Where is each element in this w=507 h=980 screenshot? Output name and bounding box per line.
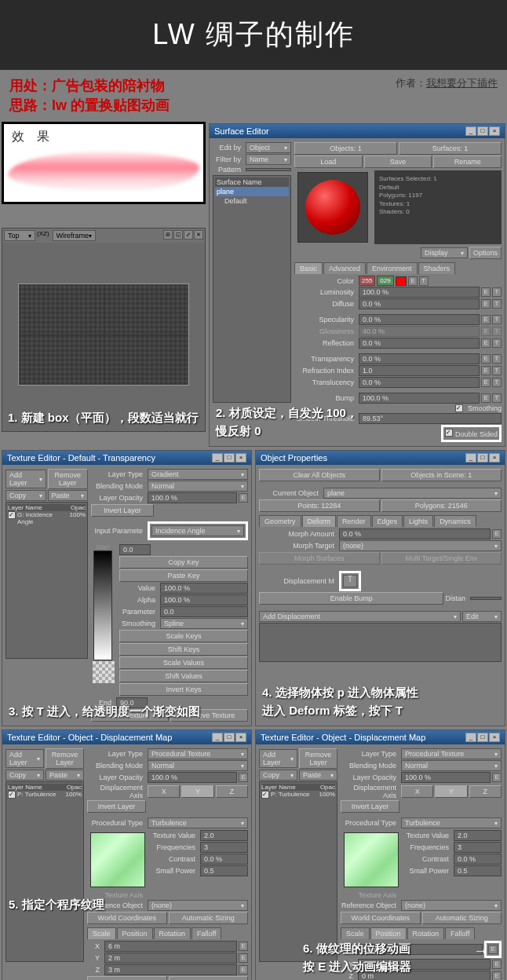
td1-invert-btn[interactable]: Invert Layer [87, 800, 146, 813]
td1-add-layer[interactable]: Add Layer [5, 749, 44, 768]
diffuse-input[interactable]: 0.0 % [359, 298, 480, 309]
translucency-input[interactable]: 0.0 % [359, 377, 480, 388]
td2-world-coords-btn[interactable]: World Coordinates [341, 912, 421, 924]
td1-x-input[interactable]: 6 m [104, 941, 237, 952]
td2-tab-scale[interactable]: Scale [341, 927, 370, 939]
trans-t-icon[interactable]: T [492, 354, 502, 364]
copy-drop[interactable]: Copy [5, 490, 46, 501]
luminosity-input[interactable]: 100.0 % [359, 287, 480, 298]
layer-item[interactable]: G: Incidence Angle [17, 511, 70, 525]
color-t-icon[interactable]: T [419, 276, 429, 286]
td2-blending-drop[interactable]: Normal [401, 760, 502, 771]
td2-tab-position[interactable]: Position [370, 927, 407, 939]
invert-keys-btn[interactable]: Invert Keys [119, 683, 248, 696]
td1-procedural-drop[interactable]: Turbulence [148, 817, 248, 828]
td2-max-icon[interactable]: □ [477, 733, 488, 742]
shift-values-btn[interactable]: Shift Values [119, 670, 248, 682]
t-button[interactable]: T [343, 575, 357, 587]
rename-button[interactable]: Rename [433, 155, 502, 168]
tab-shaders[interactable]: Shaders [418, 262, 456, 274]
scale-keys-btn[interactable]: Scale Keys [119, 630, 248, 642]
vp-icon-3[interactable]: ⤢ [184, 230, 193, 240]
op-close-icon[interactable]: × [489, 453, 500, 463]
distan-input[interactable] [470, 597, 502, 600]
td2-paste[interactable]: Paste [299, 770, 337, 781]
td1-axis-z[interactable]: Z [216, 785, 248, 798]
diff-t-icon[interactable]: T [492, 299, 502, 309]
td2-copy[interactable]: Copy [259, 770, 297, 781]
td1-world-coords-btn[interactable]: World Coordinates [87, 912, 167, 924]
layer-vis-check[interactable] [8, 511, 16, 519]
td2-tab-rotation[interactable]: Rotation [407, 927, 445, 939]
td1-ref-obj-drop[interactable]: (none) [148, 900, 248, 911]
tt-min-icon[interactable]: _ [212, 453, 223, 463]
opac-e-icon[interactable]: E [239, 493, 248, 503]
bump-e-icon[interactable]: E [481, 393, 491, 403]
td1-vis-check[interactable] [8, 791, 16, 799]
invert-layer-btn[interactable]: Invert Layer [91, 504, 154, 517]
pattern-input[interactable] [246, 168, 291, 171]
refr-t-icon[interactable]: T [492, 366, 502, 375]
paste-key-btn[interactable]: Paste Key [119, 569, 248, 582]
op-max-icon[interactable]: □ [477, 453, 488, 463]
td2-x-e[interactable]: E [488, 945, 498, 954]
color-e-icon[interactable]: E [408, 276, 418, 286]
td2-close-icon[interactable]: × [489, 733, 500, 742]
td1-smpower-input[interactable]: 0.5 [200, 865, 248, 876]
tab-deform[interactable]: Deform [302, 515, 337, 527]
td1-tab-position[interactable]: Position [117, 927, 153, 939]
td2-remove-layer[interactable]: Remove Layer [299, 748, 337, 769]
spec-e-icon[interactable]: E [481, 315, 491, 324]
td2-tree[interactable]: Layer NameOpac P: Turbulence100% [259, 781, 337, 962]
alpha-input[interactable]: 100.0 % [160, 594, 248, 605]
author-link[interactable]: 我想要分下插件 [426, 77, 498, 89]
remove-layer-btn[interactable]: Remove Layer [48, 469, 89, 489]
input-param-drop[interactable]: Incidence Angle [151, 525, 244, 536]
td1-axis-x[interactable]: X [148, 785, 180, 798]
gradient-strip[interactable] [93, 550, 112, 660]
morph-amount-input[interactable]: 0.0 % [339, 528, 491, 539]
surface-tree[interactable]: Surface Name plane Default [213, 175, 291, 403]
refl-t-icon[interactable]: T [492, 338, 502, 348]
clear-all-btn[interactable]: Clear All Objects [259, 469, 380, 481]
td2-z-e[interactable]: E [492, 971, 502, 980]
td1-tab-falloff[interactable]: Falloff [191, 927, 221, 939]
morph-target-drop[interactable]: (none) [339, 540, 502, 551]
layer-type-drop[interactable]: Gradient [148, 469, 248, 480]
td2-layer-item[interactable]: P: Turbulence [271, 791, 319, 799]
bump-input[interactable]: 100.0 % [359, 393, 480, 404]
td1-blending-drop[interactable]: Normal [148, 760, 248, 771]
td2-procedural-drop[interactable]: Turbulence [401, 817, 502, 828]
td1-y-e[interactable]: E [239, 953, 248, 963]
tab-geometry[interactable]: Geometry [259, 515, 301, 527]
transl-t-icon[interactable]: T [492, 378, 502, 387]
td1-axis-y[interactable]: Y [181, 785, 213, 798]
shift-keys-btn[interactable]: Shift Keys [119, 643, 248, 656]
td1-tab-scale[interactable]: Scale [87, 927, 116, 939]
td2-ref-obj-drop[interactable]: (none) [401, 900, 502, 911]
start-input[interactable]: 0.0 [119, 544, 151, 555]
td1-opacity-input[interactable]: 100.0 % [148, 772, 237, 783]
td1-opac-e[interactable]: E [239, 773, 248, 782]
refr-e-icon[interactable]: E [481, 366, 491, 375]
current-object-drop[interactable]: plane [323, 488, 502, 499]
display-drop[interactable]: Display [421, 247, 468, 258]
td1-z-e[interactable]: E [239, 965, 248, 975]
specularity-input[interactable]: 0.0 % [359, 314, 480, 325]
td2-freq-input[interactable]: 3 [454, 842, 502, 853]
viewport-top-drop[interactable]: Top [4, 230, 35, 241]
trans-e-icon[interactable]: E [481, 354, 491, 364]
td2-y-e[interactable]: E [492, 960, 502, 969]
refl-e-icon[interactable]: E [481, 338, 491, 348]
color-swatch[interactable] [396, 276, 407, 286]
tab-dynamics[interactable]: Dynamics [434, 515, 476, 527]
layer-tree[interactable]: Layer NameOpac G: Incidence Angle100% [5, 502, 88, 659]
bump-t-icon[interactable]: T [492, 393, 502, 403]
edit-drop[interactable]: Edit [462, 611, 502, 622]
td2-min-icon[interactable]: _ [465, 733, 476, 742]
parameter-input[interactable]: 0.0 [160, 606, 248, 617]
vp-icon-1[interactable]: ⊞ [163, 230, 173, 240]
paste-drop[interactable]: Paste [48, 490, 89, 501]
vp-icon-2[interactable]: ◱ [173, 230, 183, 240]
tt-max-icon[interactable]: □ [224, 453, 235, 463]
